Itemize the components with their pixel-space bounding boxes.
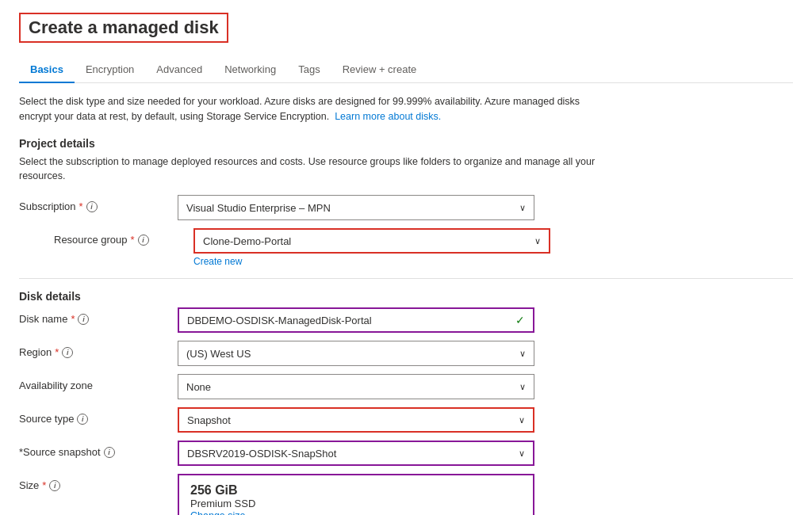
resource-group-dropdown[interactable]: Clone-Demo-Portal ∨ xyxy=(193,228,550,254)
disk-name-check-icon: ✓ xyxy=(515,314,525,326)
tab-review-create[interactable]: Review + create xyxy=(331,57,428,83)
disk-name-dropdown[interactable]: DBDEMO-OSDISK-ManagedDisk-Portal ✓ xyxy=(178,307,534,333)
project-details-desc: Select the subscription to manage deploy… xyxy=(19,154,606,185)
tab-advanced[interactable]: Advanced xyxy=(145,57,213,83)
source-type-row: Source type i Snapshot ∨ xyxy=(19,407,793,433)
source-snapshot-value: DBSRV2019-OSDISK-SnapShot xyxy=(187,448,336,460)
source-snapshot-control: DBSRV2019-OSDISK-SnapShot ∨ xyxy=(178,441,534,466)
source-type-value: Snapshot xyxy=(187,414,231,426)
resource-group-required: * xyxy=(131,234,135,246)
size-label: Size * i xyxy=(19,474,178,491)
tab-bar: Basics Encryption Advanced Networking Ta… xyxy=(19,57,793,83)
description-text: Select the disk type and size needed for… xyxy=(19,96,580,122)
resource-group-chevron-icon: ∨ xyxy=(534,236,541,246)
source-snapshot-dropdown[interactable]: DBSRV2019-OSDISK-SnapShot ∨ xyxy=(178,441,534,466)
change-size-link[interactable]: Change size xyxy=(190,510,246,515)
subscription-dropdown[interactable]: Visual Studio Enterprise – MPN ∨ xyxy=(178,195,534,220)
region-row: Region * i (US) West US ∨ xyxy=(19,341,793,366)
tab-basics[interactable]: Basics xyxy=(19,57,75,83)
subscription-info-icon[interactable]: i xyxy=(86,201,98,212)
source-snapshot-label: *Source snapshot i xyxy=(19,441,178,458)
region-chevron-icon: ∨ xyxy=(519,349,526,359)
size-value: 256 GiB xyxy=(190,483,522,498)
resource-group-info-icon[interactable]: i xyxy=(138,235,149,246)
project-details-title: Project details xyxy=(19,137,793,150)
size-info-icon[interactable]: i xyxy=(49,480,60,491)
availability-zone-row: Availability zone None ∨ xyxy=(19,374,793,399)
availability-zone-control: None ∨ xyxy=(178,374,534,399)
size-required: * xyxy=(42,479,46,491)
page-title: Create a managed disk xyxy=(19,13,228,43)
disk-name-required: * xyxy=(71,313,75,325)
learn-more-link[interactable]: Learn more about disks. xyxy=(335,111,441,122)
subscription-control: Visual Studio Enterprise – MPN ∨ xyxy=(178,195,534,220)
disk-name-control: DBDEMO-OSDISK-ManagedDisk-Portal ✓ xyxy=(178,307,534,333)
region-value: (US) West US xyxy=(186,348,251,360)
resource-group-label: Resource group * i xyxy=(35,228,193,246)
page-description: Select the disk type and size needed for… xyxy=(19,94,606,124)
section-divider-1 xyxy=(19,278,793,279)
subscription-chevron-icon: ∨ xyxy=(519,203,526,213)
source-type-info-icon[interactable]: i xyxy=(77,414,88,425)
subscription-value: Visual Studio Enterprise – MPN xyxy=(186,202,331,214)
source-type-control: Snapshot ∨ xyxy=(178,407,534,433)
source-snapshot-chevron-icon: ∨ xyxy=(519,448,525,459)
size-box: 256 GiB Premium SSD Change size xyxy=(178,474,534,515)
subscription-row: Subscription * i Visual Studio Enterpris… xyxy=(19,195,793,220)
subscription-required: * xyxy=(79,200,83,212)
region-control: (US) West US ∨ xyxy=(178,341,534,366)
resource-group-row: Resource group * i Clone-Demo-Portal ∨ C… xyxy=(19,228,793,267)
availability-zone-value: None xyxy=(186,381,211,393)
size-row: Size * i 256 GiB Premium SSD Change size xyxy=(19,474,793,515)
availability-zone-chevron-icon: ∨ xyxy=(519,382,526,392)
region-required: * xyxy=(55,346,59,358)
region-label: Region * i xyxy=(19,341,178,358)
tab-networking[interactable]: Networking xyxy=(213,57,287,83)
availability-zone-label: Availability zone xyxy=(19,374,178,391)
disk-name-info-icon[interactable]: i xyxy=(78,314,89,325)
resource-group-control: Clone-Demo-Portal ∨ Create new xyxy=(193,228,550,267)
create-new-link[interactable]: Create new xyxy=(193,256,550,267)
tab-encryption[interactable]: Encryption xyxy=(75,57,145,83)
disk-name-value: DBDEMO-OSDISK-ManagedDisk-Portal xyxy=(187,315,372,326)
source-type-chevron-icon: ∨ xyxy=(519,415,525,425)
source-type-label: Source type i xyxy=(19,407,178,425)
disk-details-title: Disk details xyxy=(19,290,793,303)
region-info-icon[interactable]: i xyxy=(62,347,73,358)
size-type: Premium SSD xyxy=(190,498,522,509)
source-snapshot-row: *Source snapshot i DBSRV2019-OSDISK-Snap… xyxy=(19,441,793,466)
region-dropdown[interactable]: (US) West US ∨ xyxy=(178,341,534,366)
source-type-dropdown[interactable]: Snapshot ∨ xyxy=(178,407,534,433)
resource-group-value: Clone-Demo-Portal xyxy=(203,235,291,247)
availability-zone-dropdown[interactable]: None ∨ xyxy=(178,374,534,399)
tab-tags[interactable]: Tags xyxy=(287,57,331,83)
source-snapshot-info-icon[interactable]: i xyxy=(104,447,115,458)
disk-name-row: Disk name * i DBDEMO-OSDISK-ManagedDisk-… xyxy=(19,307,793,333)
subscription-label: Subscription * i xyxy=(19,195,178,212)
disk-name-label: Disk name * i xyxy=(19,307,178,325)
